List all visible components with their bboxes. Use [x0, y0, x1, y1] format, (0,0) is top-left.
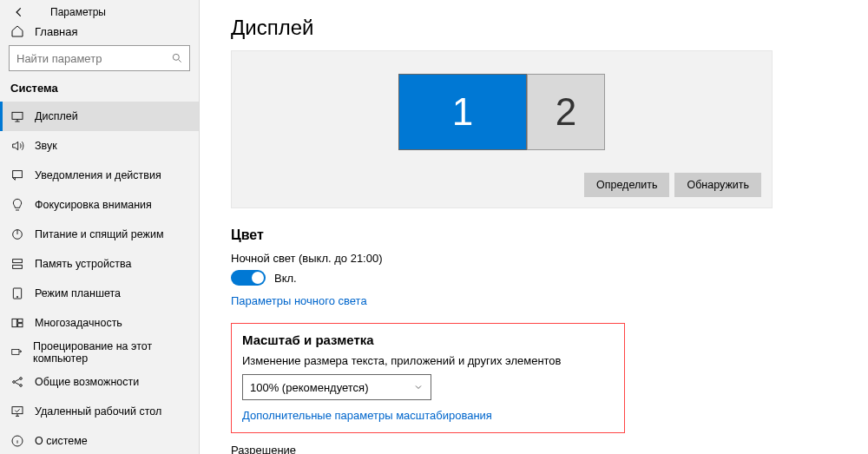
sidebar-item-remote[interactable]: Удаленный рабочий стол [0, 397, 199, 426]
sidebar-item-label: Удаленный рабочий стол [35, 405, 161, 418]
sidebar-item-focus[interactable]: Фокусировка внимания [0, 190, 199, 220]
resolution-section: Разрешение 1920 × 1080 (рекомендуется) [231, 444, 816, 454]
display-icon [10, 109, 24, 123]
home-icon [10, 24, 24, 38]
monitor-1[interactable]: 1 [398, 74, 527, 150]
chevron-down-icon [413, 382, 424, 392]
app-title: Параметры [50, 6, 106, 18]
sidebar-item-label: Многозадачность [35, 317, 122, 329]
svg-rect-8 [12, 319, 16, 326]
resolution-label: Разрешение [231, 444, 816, 454]
sidebar-item-tablet[interactable]: Режим планшета [0, 279, 199, 308]
night-light-toggle-row: Вкл. [231, 270, 816, 286]
sidebar-item-power[interactable]: Питание и спящий режим [0, 220, 199, 249]
scale-select[interactable]: 100% (рекомендуется) [242, 374, 431, 400]
sidebar-item-label: Главная [35, 25, 77, 38]
night-light-settings-link[interactable]: Параметры ночного света [231, 294, 367, 307]
sidebar-item-storage[interactable]: Память устройства [0, 249, 199, 279]
sidebar: Параметры Главная Система Дисплей Звук [0, 0, 200, 454]
sidebar-item-label: Уведомления и действия [35, 169, 161, 181]
sidebar-item-label: Проецирование на этот компьютер [33, 340, 188, 365]
sidebar-item-shared[interactable]: Общие возможности [0, 367, 199, 397]
svg-point-7 [16, 296, 17, 297]
multitasking-icon [10, 316, 24, 330]
identify-button[interactable]: Определить [584, 173, 669, 197]
remote-icon [10, 405, 24, 418]
back-button[interactable] [7, 0, 31, 24]
tablet-icon [10, 286, 24, 300]
svg-rect-2 [13, 171, 23, 178]
sidebar-item-label: Общие возможности [35, 376, 139, 388]
svg-rect-6 [13, 288, 21, 299]
sidebar-item-multitasking[interactable]: Многозадачность [0, 308, 199, 338]
page-title: Дисплей [231, 16, 816, 40]
shared-icon [10, 375, 24, 389]
sidebar-item-label: Фокусировка внимания [35, 199, 152, 211]
display-buttons: Определить Обнаружить [239, 166, 765, 201]
svg-rect-11 [12, 349, 19, 354]
sidebar-nav: Дисплей Звук Уведомления и действия Фоку… [0, 102, 199, 454]
sidebar-item-label: О системе [35, 435, 88, 447]
toggle-state-label: Вкл. [274, 272, 297, 285]
monitor-2[interactable]: 2 [527, 74, 605, 150]
sidebar-item-sound[interactable]: Звук [0, 131, 199, 161]
sidebar-item-notifications[interactable]: Уведомления и действия [0, 161, 199, 190]
svg-rect-10 [18, 324, 23, 327]
sidebar-item-label: Режим планшета [35, 287, 121, 299]
storage-icon [10, 257, 24, 271]
svg-rect-4 [13, 260, 23, 263]
svg-point-13 [20, 378, 23, 380]
focus-icon [10, 198, 24, 212]
sidebar-item-label: Память устройства [35, 258, 131, 270]
svg-rect-5 [13, 265, 23, 268]
display-arrangement: 1 2 Определить Обнаружить [231, 50, 773, 208]
sidebar-item-home[interactable]: Главная [0, 24, 199, 38]
night-light-label: Ночной свет (выкл. до 21:00) [231, 252, 816, 265]
arrow-left-icon [13, 6, 25, 18]
main-content: Дисплей 1 2 Определить Обнаружить Цвет Н… [200, 0, 868, 454]
sidebar-item-display[interactable]: Дисплей [0, 102, 199, 131]
power-icon [10, 227, 24, 241]
color-section: Цвет Ночной свет (выкл. до 21:00) Вкл. П… [231, 227, 816, 307]
resize-label: Изменение размера текста, приложений и д… [242, 354, 614, 367]
svg-rect-1 [12, 112, 23, 119]
sound-icon [10, 139, 24, 153]
night-light-toggle[interactable] [231, 270, 266, 286]
scale-value: 100% (рекомендуется) [250, 381, 368, 394]
scale-heading: Масштаб и разметка [242, 332, 614, 347]
sidebar-item-about[interactable]: О системе [0, 426, 199, 454]
info-icon [10, 434, 24, 448]
svg-point-12 [13, 381, 16, 384]
sidebar-section-title: Система [0, 78, 199, 102]
sidebar-item-label: Дисплей [35, 110, 78, 122]
color-heading: Цвет [231, 227, 816, 243]
search-container [0, 38, 199, 78]
sidebar-item-label: Питание и спящий режим [35, 228, 163, 240]
sidebar-header: Параметры [0, 0, 199, 24]
scale-section-highlighted: Масштаб и разметка Изменение размера тек… [231, 323, 625, 433]
search-input[interactable] [9, 45, 190, 71]
detect-button[interactable]: Обнаружить [674, 173, 761, 197]
svg-rect-15 [12, 407, 23, 414]
sidebar-item-projecting[interactable]: Проецирование на этот компьютер [0, 338, 199, 367]
monitors-area[interactable]: 1 2 [239, 58, 765, 166]
sidebar-item-label: Звук [35, 140, 57, 152]
notifications-icon [10, 168, 24, 182]
svg-point-14 [20, 385, 23, 387]
advanced-scaling-link[interactable]: Дополнительные параметры масштабирования [242, 409, 492, 422]
projecting-icon [10, 345, 23, 359]
svg-rect-9 [18, 319, 23, 322]
